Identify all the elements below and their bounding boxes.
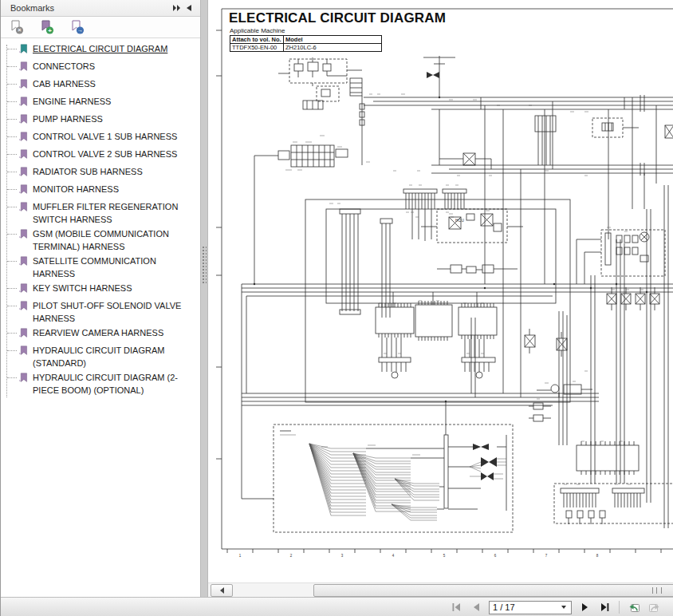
bookmarks-list: ELECTRICAL CIRCUIT DIAGRAM CONNECTORS CA…	[1, 38, 200, 397]
bookmark-item[interactable]: CONTROL VALVE 2 SUB HARNESS	[6, 148, 200, 164]
tree-leader	[7, 207, 17, 207]
bookmark-label: CONNECTORS	[33, 60, 187, 73]
ruler-number: 1	[239, 554, 242, 558]
bookmark-label: HYDRAULIC CIRCUIT DIAGRAM (STANDARD)	[33, 344, 187, 369]
bookmarks-toolbar: × + →	[1, 17, 200, 38]
ruler-number: 2	[290, 554, 293, 558]
page-number-box[interactable]	[489, 601, 572, 614]
bookmark-label: KEY SWITCH HARNESS	[33, 282, 187, 294]
bottom-toolbar	[1, 597, 673, 616]
bookmark-label: PUMP HARNESS	[33, 113, 187, 125]
page-frame	[216, 9, 673, 549]
applicable-machine-label: Applicable Machine	[230, 27, 446, 34]
scrollbar-grip-icon	[652, 587, 662, 594]
scrollbar-thumb[interactable]	[313, 584, 673, 597]
bookmark-flag-icon	[18, 131, 29, 146]
tree-leader	[7, 288, 17, 289]
bookmark-label: GSM (MOBILE COMMUNICATION TERMINAL) HARN…	[33, 227, 187, 253]
tree-rail	[6, 45, 7, 397]
bookmark-item[interactable]: HYDRAULIC CIRCUIT DIAGRAM (STANDARD)	[6, 344, 200, 369]
first-page-button[interactable]	[449, 600, 463, 614]
tree-leader	[7, 84, 17, 85]
ruler-number: 6	[494, 554, 497, 558]
table-header-attach: Attach to vol. No.	[230, 36, 284, 44]
tree-leader	[7, 189, 17, 190]
bookmark-item[interactable]: ELECTRICAL CIRCUIT DIAGRAM	[6, 42, 200, 58]
title-block: ELECTRICAL CIRCUIT DIAGRAM Applicable Ma…	[229, 10, 446, 52]
tree-leader	[7, 172, 17, 172]
bookmark-flag-icon	[18, 300, 29, 315]
new-bookmark-glyph: +	[48, 26, 52, 34]
bookmark-label: CONTROL VALVE 2 SUB HARNESS	[33, 148, 187, 160]
bookmark-item[interactable]: CONTROL VALVE 1 SUB HARNESS	[6, 130, 200, 146]
table-cell-attach: TTDFX50-EN-00	[230, 44, 284, 52]
delete-bookmark-button[interactable]: ×	[7, 18, 26, 36]
table-header-model: Model	[284, 36, 382, 44]
bookmark-flag-icon	[18, 201, 29, 216]
bookmark-label: MUFFLER FILTER REGENERATION SWITCH HARNE…	[33, 200, 187, 226]
previous-view-button[interactable]	[627, 600, 641, 614]
document-pane[interactable]: 1 2 3 4 5 6 7 8	[208, 0, 673, 582]
bookmark-item[interactable]: SATELLITE COMMUNICATION HARNESS	[6, 255, 200, 280]
panel-collapse-icon[interactable]	[170, 2, 183, 14]
goto-bookmark-button[interactable]: →	[68, 18, 87, 36]
panel-splitter[interactable]	[200, 0, 208, 597]
bookmark-item[interactable]: HYDRAULIC CIRCUIT DIAGRAM (2-PIECE BOOM)…	[6, 371, 200, 397]
scroll-left-button[interactable]	[211, 584, 233, 597]
bookmark-item[interactable]: ENGINE HARNESS	[6, 95, 200, 111]
bookmark-flag-icon	[18, 166, 29, 181]
previous-page-button[interactable]	[469, 600, 483, 614]
bookmark-label: MONITOR HARNESS	[33, 183, 187, 195]
bookmark-flag-icon	[18, 113, 29, 128]
last-page-button[interactable]	[597, 600, 612, 614]
bookmark-label: ENGINE HARNESS	[33, 95, 187, 108]
bookmark-item[interactable]: KEY SWITCH HARNESS	[6, 282, 200, 298]
table-cell-model: ZH210LC-6	[284, 44, 382, 52]
page-dropdown-icon[interactable]	[561, 606, 566, 609]
next-view-button[interactable]	[647, 600, 661, 614]
tree-leader	[7, 136, 17, 137]
new-bookmark-button[interactable]: +	[37, 18, 57, 36]
ruler-number: 4	[392, 554, 395, 558]
scroll-left-icon	[220, 587, 224, 594]
bookmark-item[interactable]: CAB HARNESS	[6, 77, 200, 93]
top-feeder	[423, 56, 455, 165]
bottom-right-cluster	[529, 185, 673, 528]
circuit-diagram: 1 2 3 4 5 6 7 8	[210, 0, 673, 582]
bookmark-item[interactable]: REARVIEW CAMERA HARNESS	[6, 326, 200, 342]
horizontal-scrollbar[interactable]	[208, 582, 673, 597]
delete-bookmark-glyph: ×	[18, 26, 22, 34]
bookmark-item[interactable]: RADIATOR SUB HARNESS	[6, 165, 200, 181]
connector-combs	[403, 116, 556, 241]
toolbar-divider	[619, 601, 620, 614]
bookmark-label: RADIATOR SUB HARNESS	[33, 165, 187, 178]
bookmark-label: CONTROL VALVE 1 SUB HARNESS	[33, 130, 187, 143]
next-page-button[interactable]	[577, 600, 592, 614]
tree-leader	[7, 119, 17, 120]
splitter-grabber[interactable]	[202, 246, 207, 284]
bus-lines	[242, 95, 673, 499]
bookmark-flag-icon	[18, 345, 29, 360]
bookmark-item[interactable]: CONNECTORS	[6, 60, 200, 76]
bookmark-item[interactable]: MONITOR HARNESS	[6, 183, 200, 199]
bookmark-item[interactable]: PILOT SHUT-OFF SOLENOID VALVE HARNESS	[6, 299, 200, 325]
bookmark-item[interactable]: MUFFLER FILTER REGENERATION SWITCH HARNE…	[6, 200, 200, 226]
tree-leader	[7, 49, 17, 49]
bookmark-label: REARVIEW CAMERA HARNESS	[33, 326, 187, 339]
wire-ladders	[340, 209, 392, 318]
bookmark-flag-icon	[18, 96, 29, 111]
tree-leader	[7, 306, 17, 306]
mid-right-components	[421, 118, 673, 357]
bookmark-label: SATELLITE COMMUNICATION HARNESS	[33, 255, 187, 280]
bookmark-item[interactable]: GSM (MOBILE COMMUNICATION TERMINAL) HARN…	[6, 227, 200, 253]
page-number-input[interactable]	[490, 602, 560, 612]
ruler-number: 7	[545, 554, 548, 558]
bookmark-label: HYDRAULIC CIRCUIT DIAGRAM (2-PIECE BOOM)…	[33, 371, 187, 397]
zone-ruler: 1 2 3 4 5 6 7 8	[227, 549, 661, 558]
bookmark-item[interactable]: PUMP HARNESS	[6, 113, 200, 128]
panel-options-icon[interactable]	[183, 2, 195, 14]
top-left-cluster	[254, 57, 364, 284]
tree-leader	[7, 377, 17, 378]
hcu-label: HCU	[455, 219, 465, 223]
bookmark-flag-icon	[18, 372, 29, 387]
